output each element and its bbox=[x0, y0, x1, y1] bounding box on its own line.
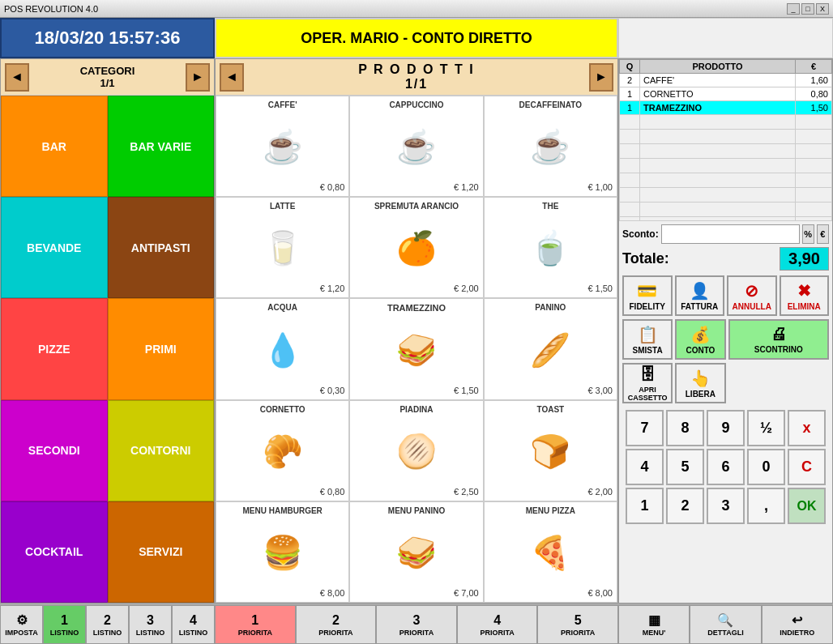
products-prev-btn[interactable]: ◄ bbox=[220, 63, 244, 92]
product-item-13[interactable]: MENU PANINO🥪€ 7,00 bbox=[349, 501, 483, 603]
categories-prev-btn[interactable]: ◄ bbox=[5, 63, 29, 92]
indietro-btn[interactable]: ↩ INDIETRO bbox=[762, 605, 833, 644]
category-item-secondi[interactable]: SECONDI bbox=[1, 400, 108, 501]
priorita4-btn[interactable]: 4 PRIORITA bbox=[457, 605, 538, 644]
product-item-4[interactable]: SPREMUTA ARANCIO🍊€ 2,00 bbox=[349, 197, 483, 298]
bottom-bar: ⚙ IMPOSTA 1 LISTINO 2 LISTINO 3 LISTINO … bbox=[0, 603, 833, 644]
priorita4-num: 4 bbox=[493, 613, 501, 628]
numpad-key-3[interactable]: 3 bbox=[707, 488, 745, 524]
priorita3-btn[interactable]: 3 PRIORITA bbox=[376, 605, 457, 644]
category-item-pizze[interactable]: PIZZE bbox=[1, 298, 108, 399]
product-name-3: LATTE bbox=[270, 202, 295, 211]
conto-label: CONTO bbox=[686, 346, 715, 355]
numpad-key-0[interactable]: 0 bbox=[747, 449, 785, 485]
scontrino-btn[interactable]: 🖨 SCONTRINO bbox=[728, 319, 830, 360]
products-header: ◄ P R O D O T T I1/1 ► bbox=[216, 59, 617, 96]
libera-btn[interactable]: 👆 LIBERA bbox=[675, 363, 725, 403]
row-price-1: 0,80 bbox=[796, 87, 832, 101]
empty-row-3 bbox=[620, 159, 832, 173]
fidelity-btn[interactable]: 💳 FIDELITY bbox=[622, 275, 673, 316]
category-item-cocktail[interactable]: COCKTAIL bbox=[1, 501, 108, 603]
product-item-14[interactable]: MENU PIZZA🍕€ 8,00 bbox=[484, 501, 617, 603]
product-item-9[interactable]: CORNETTO🥐€ 0,80 bbox=[216, 400, 349, 501]
close-btn[interactable]: X bbox=[816, 3, 829, 15]
product-item-6[interactable]: ACQUA💧€ 0,30 bbox=[216, 298, 349, 400]
product-name-0: CAFFE' bbox=[268, 100, 297, 109]
product-item-11[interactable]: TOAST🍞€ 2,00 bbox=[484, 400, 617, 501]
category-item-bevande[interactable]: BEVANDE bbox=[1, 197, 108, 298]
priorita5-btn[interactable]: 5 PRIORITA bbox=[537, 605, 618, 644]
numpad-key-9[interactable]: 9 bbox=[707, 410, 745, 446]
product-item-3[interactable]: LATTE🥛€ 1,20 bbox=[216, 197, 349, 298]
category-item-servizi[interactable]: SERVIZI bbox=[108, 501, 215, 603]
imposta-btn[interactable]: ⚙ IMPOSTA bbox=[0, 605, 43, 644]
order-area: Q PRODOTTO € 2 CAFFE' 1,601 CORNETTO 0,8… bbox=[619, 59, 832, 221]
smista-btn[interactable]: 📋 SMISTA bbox=[622, 319, 673, 360]
discount-eur-btn[interactable]: € bbox=[817, 224, 829, 244]
product-item-1[interactable]: CAPPUCCINO☕€ 1,20 bbox=[349, 96, 483, 197]
numpad-key-1[interactable]: 1 bbox=[626, 488, 664, 524]
annulla-label: ANNULLA bbox=[733, 302, 771, 311]
conto-btn[interactable]: 💰 CONTO bbox=[675, 319, 725, 360]
fattura-icon: 👤 bbox=[690, 281, 710, 301]
maximize-btn[interactable]: □ bbox=[801, 3, 814, 15]
elimina-btn[interactable]: ✖ ELIMINA bbox=[780, 275, 830, 316]
numpad-key-½[interactable]: ½ bbox=[747, 410, 785, 446]
numpad-key-4[interactable]: 4 bbox=[626, 449, 664, 485]
dettagli-btn[interactable]: 🔍 DETTAGLI bbox=[690, 605, 761, 644]
product-item-5[interactable]: THE🍵€ 1,50 bbox=[484, 197, 617, 298]
fattura-btn[interactable]: 👤 FATTURA bbox=[675, 275, 725, 316]
numpad-key-6[interactable]: 6 bbox=[707, 449, 745, 485]
product-price-2: € 1,00 bbox=[587, 182, 613, 192]
listino3-btn[interactable]: 3 LISTINO bbox=[129, 605, 172, 644]
category-item-contorni[interactable]: CONTORNI bbox=[108, 400, 215, 501]
fidelity-icon: 💳 bbox=[637, 281, 657, 301]
category-item-bar-varie[interactable]: BAR VARIE bbox=[108, 96, 215, 197]
product-item-8[interactable]: PANINO🥖€ 3,00 bbox=[484, 298, 617, 400]
product-item-12[interactable]: MENU HAMBURGER🍔€ 8,00 bbox=[216, 501, 349, 603]
priorita2-btn[interactable]: 2 PRIORITA bbox=[296, 605, 377, 644]
listino1-btn[interactable]: 1 LISTINO bbox=[43, 605, 86, 644]
discount-pct-btn[interactable]: % bbox=[802, 224, 814, 244]
category-item-antipasti[interactable]: ANTIPASTI bbox=[108, 197, 215, 298]
product-name-5: THE bbox=[542, 202, 558, 211]
numpad-key-5[interactable]: 5 bbox=[666, 449, 704, 485]
numpad-key-ok[interactable]: OK bbox=[788, 488, 826, 524]
menu-btn[interactable]: ▦ MENU' bbox=[618, 605, 690, 644]
order-row-2[interactable]: 1 TRAMEZZINO 1,50 bbox=[620, 101, 832, 115]
product-image-1: ☕ bbox=[380, 119, 453, 176]
category-item-primi[interactable]: PRIMI bbox=[108, 298, 215, 399]
listino2-btn[interactable]: 2 LISTINO bbox=[86, 605, 129, 644]
discount-input[interactable] bbox=[661, 224, 800, 244]
empty-row-5 bbox=[620, 188, 832, 203]
numpad-key-c[interactable]: C bbox=[788, 449, 826, 485]
products-panel: ◄ P R O D O T T I1/1 ► CAFFE'☕€ 0,80CAPP… bbox=[215, 58, 618, 603]
product-price-4: € 2,00 bbox=[454, 284, 479, 293]
categories-next-btn[interactable]: ► bbox=[186, 63, 210, 92]
product-item-10[interactable]: PIADINA🫓€ 2,50 bbox=[349, 400, 483, 501]
categories-header: ◄ CATEGORI1/1 ► bbox=[1, 59, 214, 96]
window-controls[interactable]: _ □ X bbox=[787, 3, 829, 15]
priorita1-btn[interactable]: 1 PRIORITA bbox=[215, 605, 296, 644]
numpad-key-2[interactable]: 2 bbox=[666, 488, 704, 524]
numpad-key-,[interactable]: , bbox=[747, 488, 785, 524]
numpad-key-x[interactable]: x bbox=[788, 410, 826, 446]
numpad-key-8[interactable]: 8 bbox=[666, 410, 704, 446]
order-row-0[interactable]: 2 CAFFE' 1,60 bbox=[620, 74, 832, 87]
order-row-1[interactable]: 1 CORNETTO 0,80 bbox=[620, 87, 832, 101]
products-next-btn[interactable]: ► bbox=[589, 63, 613, 92]
spacer bbox=[728, 363, 830, 403]
minimize-btn[interactable]: _ bbox=[787, 3, 800, 15]
category-item-bar[interactable]: BAR bbox=[1, 96, 108, 197]
numpad-key-7[interactable]: 7 bbox=[626, 410, 664, 446]
annulla-btn[interactable]: ⊘ ANNULLA bbox=[727, 275, 777, 316]
product-item-2[interactable]: DECAFFEINATO☕€ 1,00 bbox=[484, 96, 617, 197]
product-item-7[interactable]: TRAMEZZINO🥪€ 1,50 bbox=[349, 298, 483, 400]
product-item-0[interactable]: CAFFE'☕€ 0,80 bbox=[216, 96, 349, 197]
product-price-14: € 8,00 bbox=[587, 588, 613, 598]
product-image-11: 🍞 bbox=[514, 424, 587, 480]
apri-cassetto-btn[interactable]: 🗄 APRI CASSETTO bbox=[622, 363, 673, 403]
product-price-11: € 2,00 bbox=[587, 487, 613, 497]
listino4-btn[interactable]: 4 LISTINO bbox=[172, 605, 215, 644]
bottom-right: ▦ MENU' 🔍 DETTAGLI ↩ INDIETRO bbox=[618, 605, 833, 644]
